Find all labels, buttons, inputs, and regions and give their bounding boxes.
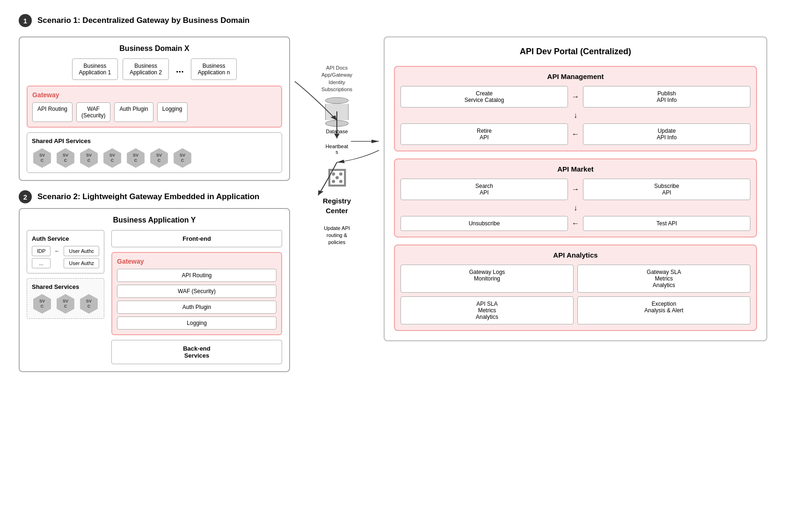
api-market-title: API Market <box>400 165 750 173</box>
right-panel: API Dev Portal (Centralized) API Managem… <box>384 36 767 341</box>
diagram-wrapper: 1 Scenario 1: Decentralized Gateway by B… <box>9 9 777 377</box>
scenario2-left: Auth Service IDP ← User Authc ... User A… <box>27 230 104 319</box>
hex5: SVC <box>125 148 146 168</box>
idp-cell: IDP <box>32 246 51 256</box>
frontend-box: Front-end <box>111 230 282 247</box>
api-analytics-section: API Analytics Gateway LogsMonitoring Gat… <box>394 244 757 331</box>
waf-1: WAF(Security) <box>76 102 110 122</box>
update-api-info: UpdateAPI Info <box>583 123 750 145</box>
shared-services-title: Shared Services <box>32 283 99 290</box>
hex2: SVC <box>55 148 76 168</box>
gateway-box-1: Gateway API Routing WAF(Security) Auth P… <box>27 86 282 128</box>
gateway-sla-metrics: Gateway SLAMetricsAnalytics <box>577 265 750 293</box>
gateway-components-1: API Routing WAF(Security) Auth Plugin Lo… <box>32 102 277 122</box>
scenario2-heading: 2 Scenario 2: Lightweight Gateway Embedd… <box>19 190 290 203</box>
logging-1: Logging <box>157 102 188 122</box>
arrow-right-market: → <box>572 185 579 194</box>
logging-2: Logging <box>117 316 277 330</box>
gateway-components-2: API Routing WAF (Security) Auth Plugin L… <box>117 269 277 330</box>
arrow-left-mgmt: ← <box>572 130 579 138</box>
gateway-label-1: Gateway <box>32 91 277 99</box>
scenario2-title: Scenario 2: Lightweight Gateway Embedded… <box>37 192 260 201</box>
gateway-box-2: Gateway API Routing WAF (Security) Auth … <box>111 252 282 335</box>
hexagons-row-1: SVC SVC SVC SVC SVC SVC SVC <box>32 148 277 168</box>
auth-service-title: Auth Service <box>32 235 99 242</box>
biz-apps-row: BusinessApplication 1 BusinessApplicatio… <box>27 58 282 80</box>
gateway-label-2: Gateway <box>117 258 277 265</box>
api-market-grid: SearchAPI → SubscribeAPI ↓ Unsubscribe ←… <box>400 179 750 231</box>
api-routing-2: API Routing <box>117 269 277 282</box>
update-api-annotation: Update API routing & policies <box>324 225 350 246</box>
shared-api-title: Shared API Services <box>32 137 277 144</box>
database-icon: Database <box>325 97 349 134</box>
hex-s3: SVC <box>79 294 99 314</box>
api-management-title: API Management <box>400 72 750 80</box>
hex-s2: SVC <box>55 294 76 314</box>
right-panel-title: API Dev Portal (Centralized) <box>394 47 757 57</box>
page-container: 1 Scenario 1: Decentralized Gateway by B… <box>9 9 777 377</box>
circle-num-1: 1 <box>19 14 32 27</box>
api-routing-1: API Routing <box>32 102 73 122</box>
search-api: SearchAPI <box>400 179 568 200</box>
api-market-section: API Market SearchAPI → SubscribeAPI ↓ Un… <box>394 158 757 237</box>
test-api: Test API <box>583 216 750 231</box>
center-column: API DocsApp/GatewayIdentitySubscriptions… <box>290 36 384 246</box>
api-sections: API Management CreateService Catalog → P… <box>394 66 757 331</box>
hex-s1: SVC <box>32 294 52 314</box>
unsubscribe-api: Unsubscribe <box>400 216 568 231</box>
dots-cell: ... <box>32 258 51 268</box>
arrow-left-1: ← <box>52 248 62 254</box>
hex6: SVC <box>149 148 169 168</box>
api-management-section: API Management CreateService Catalog → P… <box>394 66 757 151</box>
registry-label: RegistryCenter <box>323 196 351 216</box>
hex3: SVC <box>79 148 99 168</box>
subscribe-api: SubscribeAPI <box>583 179 750 200</box>
scenario2-box: Business Application Y Auth Service IDP … <box>19 208 290 372</box>
waf-2: WAF (Security) <box>117 285 277 298</box>
arrow-down-market: ↓ <box>572 204 579 212</box>
shared-api-services: Shared API Services SVC SVC SVC SVC SVC … <box>27 132 282 173</box>
registry-icon: ⚄ <box>327 164 348 192</box>
create-service-catalog: CreateService Catalog <box>400 86 568 108</box>
hex1: SVC <box>32 148 52 168</box>
scenario2-right: Front-end Gateway API Routing WAF (Secur… <box>111 230 282 364</box>
scenario1-heading: 1 Scenario 1: Decentralized Gateway by B… <box>19 14 767 27</box>
circle-num-2: 2 <box>19 190 32 203</box>
scenario1-title: Scenario 1: Decentralized Gateway by Bus… <box>37 16 250 25</box>
registry-center: ⚄ RegistryCenter <box>323 164 351 216</box>
arrow-left-market: ← <box>572 219 579 228</box>
user-authz-cell: User Authz <box>64 258 99 268</box>
biz-app-n: BusinessApplication n <box>191 58 237 80</box>
biz-app-2: BusinessApplication 2 <box>123 58 169 80</box>
auth-plugin-2: Auth Plugin <box>117 301 277 314</box>
scenario1-box: Business Domain X BusinessApplication 1 … <box>19 36 290 181</box>
gateway-logs-monitoring: Gateway LogsMonitoring <box>400 265 574 293</box>
scenario1-domain-title: Business Domain X <box>27 44 282 53</box>
database-label: Database <box>326 129 348 134</box>
auth-plugin-1: Auth Plugin <box>114 102 153 122</box>
retire-api: RetireAPI <box>400 123 568 145</box>
top-center-area: API DocsApp/GatewayIdentitySubscriptions… <box>321 65 352 134</box>
api-analytics-title: API Analytics <box>400 251 750 259</box>
biz-app-1: BusinessApplication 1 <box>72 58 118 80</box>
dots: ... <box>174 64 186 75</box>
user-authc-cell: User Authc <box>64 246 99 256</box>
arrow-right-mgmt: → <box>572 93 579 101</box>
hexagons-row-2: SVC SVC SVC <box>32 294 99 314</box>
hex4: SVC <box>102 148 123 168</box>
api-docs-annotation: API DocsApp/GatewayIdentitySubscriptions <box>321 65 352 93</box>
api-analytics-grid: Gateway LogsMonitoring Gateway SLAMetric… <box>400 265 750 324</box>
api-management-grid: CreateService Catalog → PublishAPI Info … <box>400 86 750 145</box>
shared-services-dashed: Shared Services SVC SVC SVC <box>27 278 104 319</box>
scenario2-domain-title: Business Application Y <box>27 216 282 224</box>
backend-box: Back-endServices <box>111 340 282 364</box>
api-sla-metrics: API SLAMetricsAnalytics <box>400 296 574 324</box>
left-column: Business Domain X BusinessApplication 1 … <box>19 36 290 372</box>
heartbeat-annotation: Heartbeat s <box>326 144 348 155</box>
main-diagram: Business Domain X BusinessApplication 1 … <box>19 36 767 372</box>
publish-api-info: PublishAPI Info <box>583 86 750 108</box>
exception-analysis: ExceptionAnalysis & Alert <box>577 296 750 324</box>
scenario2-inner: Auth Service IDP ← User Authc ... User A… <box>27 230 282 364</box>
hex7: SVC <box>172 148 193 168</box>
arrow-down-mgmt: ↓ <box>572 111 579 120</box>
